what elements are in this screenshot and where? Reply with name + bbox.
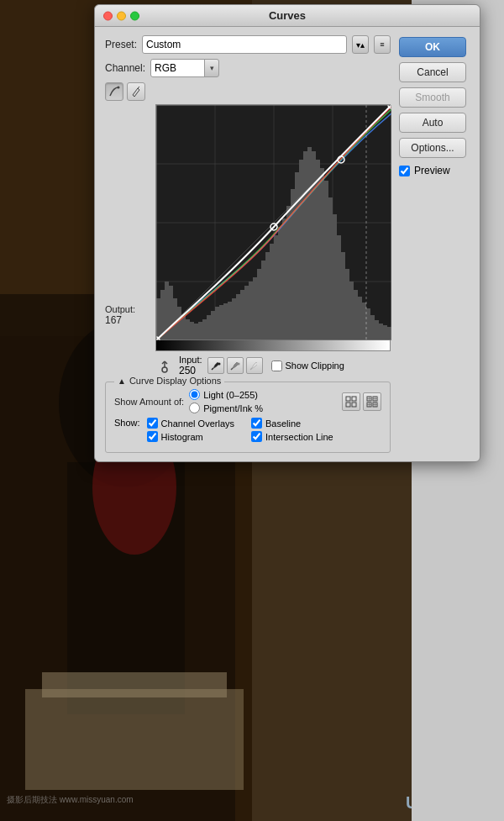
svg-rect-40 [274, 235, 278, 340]
svg-rect-55 [337, 235, 341, 340]
svg-rect-19 [186, 319, 190, 340]
channel-overlays-checkbox[interactable] [147, 418, 158, 429]
smooth-button[interactable]: Smooth [399, 87, 466, 108]
svg-rect-16 [173, 298, 177, 340]
svg-point-89 [256, 363, 259, 366]
curve-options-title: ▲ Curve Display Options [114, 376, 224, 386]
svg-line-10 [138, 87, 139, 88]
radio-light-input[interactable] [189, 389, 200, 400]
svg-rect-59 [354, 290, 358, 340]
preset-menu-icon[interactable]: ≡ [374, 35, 391, 54]
curve-container: Output: 167 [105, 104, 391, 351]
grid-large-button[interactable] [363, 392, 381, 411]
svg-rect-65 [379, 324, 383, 340]
svg-rect-33 [244, 286, 249, 340]
svg-rect-41 [278, 227, 282, 340]
grid-small-button[interactable] [342, 392, 360, 411]
svg-rect-26 [215, 307, 219, 340]
dialog-titlebar: Curves [95, 5, 480, 27]
svg-line-86 [212, 368, 213, 370]
svg-rect-62 [366, 308, 370, 340]
curve-display-options: ▲ Curve Display Options Show Amount of: … [105, 382, 391, 453]
svg-rect-54 [333, 214, 337, 340]
svg-rect-6 [25, 689, 244, 790]
show-amount-label: Show Amount of: [114, 397, 184, 407]
svg-rect-34 [249, 282, 253, 340]
white-eyedropper-button[interactable] [246, 357, 263, 374]
baseline-item: Baseline [251, 418, 333, 429]
svg-rect-38 [265, 252, 270, 340]
svg-rect-15 [169, 286, 173, 340]
histogram-item: Histogram [147, 431, 234, 442]
preview-row: Preview [399, 165, 470, 176]
window-controls [103, 11, 139, 20]
svg-rect-22 [198, 322, 202, 340]
sample-tool-icon[interactable] [155, 356, 174, 375]
close-button[interactable] [103, 11, 113, 20]
radio-pigment: Pigment/Ink % [189, 403, 263, 413]
svg-rect-56 [341, 252, 345, 340]
svg-rect-21 [194, 324, 198, 340]
histogram-checkbox[interactable] [147, 431, 158, 442]
radio-pigment-label: Pigment/Ink % [203, 403, 263, 413]
intersection-checkbox[interactable] [251, 431, 262, 442]
show-checkboxes-row: Show: Channel Overlays Histogram [114, 418, 381, 442]
svg-point-85 [218, 363, 220, 366]
show-clipping-checkbox[interactable] [271, 361, 282, 371]
svg-rect-53 [328, 197, 333, 340]
channel-overlays-label: Channel Overlays [161, 418, 234, 429]
svg-rect-57 [345, 269, 349, 340]
minimize-button[interactable] [117, 11, 126, 20]
options-button[interactable]: Options... [399, 138, 466, 158]
svg-rect-31 [236, 294, 240, 340]
svg-point-81 [162, 367, 167, 372]
svg-rect-25 [211, 311, 215, 340]
preset-select[interactable]: Custom [142, 35, 347, 54]
svg-rect-63 [370, 315, 375, 340]
gray-eyedropper-button[interactable] [227, 357, 244, 374]
dialog-title: Curves [269, 9, 306, 22]
channel-select-wrap: RGB ▾ [150, 59, 219, 77]
preset-row: Preset: Custom ▾▴ ≡ [105, 35, 391, 54]
svg-rect-28 [223, 303, 228, 340]
curves-dialog: Curves Preset: Custom ▾▴ ≡ Channel: RGB [94, 4, 480, 462]
svg-rect-30 [232, 298, 236, 340]
input-value: 250 [179, 365, 202, 376]
ok-button[interactable]: OK [399, 37, 466, 57]
input-value-group: Input: 250 [179, 355, 202, 376]
auto-button[interactable]: Auto [399, 113, 466, 133]
channel-row: Channel: RGB ▾ [105, 59, 391, 77]
curve-tools [105, 82, 391, 101]
checkbox-group-right: Baseline Intersection Line [251, 418, 333, 442]
preview-checkbox[interactable] [399, 166, 410, 176]
svg-rect-64 [375, 320, 379, 340]
cancel-button[interactable]: Cancel [399, 62, 466, 82]
svg-rect-47 [303, 151, 307, 340]
curve-canvas[interactable] [155, 104, 391, 339]
checkbox-group-left: Channel Overlays Histogram [147, 418, 234, 442]
svg-rect-39 [270, 244, 274, 340]
channel-select[interactable]: RGB [150, 59, 218, 77]
maximize-button[interactable] [130, 11, 139, 20]
svg-rect-37 [261, 261, 265, 340]
black-eyedropper-button[interactable] [207, 357, 224, 374]
baseline-checkbox[interactable] [251, 418, 262, 429]
svg-rect-7 [42, 672, 227, 697]
radio-light: Light (0–255) [189, 389, 263, 400]
preset-label: Preset: [105, 39, 137, 50]
dialog-body: Preset: Custom ▾▴ ≡ Channel: RGB ▾ [95, 27, 480, 461]
curve-pencil-tool[interactable] [127, 82, 145, 101]
svg-rect-29 [228, 302, 232, 340]
radio-pigment-input[interactable] [189, 403, 200, 413]
svg-rect-48 [307, 147, 312, 340]
curve-draw-tool[interactable] [105, 82, 123, 101]
svg-point-9 [118, 87, 120, 89]
svg-rect-45 [295, 172, 299, 340]
input-row: Input: 250 [105, 355, 391, 376]
show-clipping-label: Show Clipping [286, 361, 344, 371]
intersection-item: Intersection Line [251, 431, 333, 442]
svg-point-87 [237, 363, 239, 366]
preset-dropdown-arrow[interactable]: ▾▴ [352, 35, 369, 54]
svg-rect-35 [253, 277, 257, 340]
show-clipping-wrap: Show Clipping [271, 361, 344, 371]
